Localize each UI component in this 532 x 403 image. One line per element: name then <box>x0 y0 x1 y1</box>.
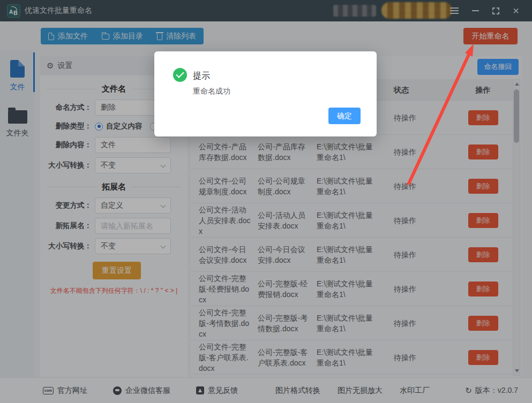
success-check-icon <box>173 68 187 82</box>
app-window: A B 优速文件批量重命名 × 添加文件 添加目录 清除列表 开始重命名 <box>0 0 532 403</box>
ok-button[interactable]: 确定 <box>328 108 361 124</box>
dialog-message: 重命名成功 <box>193 87 230 96</box>
message-dialog: 提示 重命名成功 确定 <box>154 51 377 136</box>
dialog-title: 提示 <box>193 71 210 82</box>
